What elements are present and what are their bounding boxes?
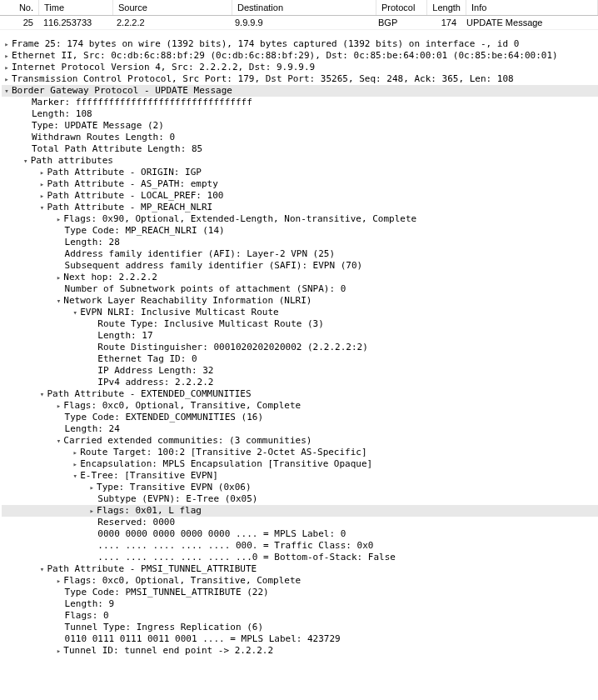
expander-closed-icon[interactable]: ▸: [53, 272, 63, 283]
expander-open-icon[interactable]: ▾: [70, 470, 80, 482]
tree-ec-carried[interactable]: ▾Carried extended communities: (3 commun…: [2, 435, 598, 447]
tree-rd[interactable]: Route Distinguisher: 0001020202020002 (2…: [2, 342, 598, 353]
cell-no: 25: [0, 16, 38, 29]
packet-row[interactable]: 25 116.253733 2.2.2.2 9.9.9.9 BGP 174 UP…: [0, 16, 598, 30]
cell-destination: 9.9.9.9: [230, 16, 373, 29]
tree-extcomm[interactable]: ▾Path Attribute - EXTENDED_COMMUNITIES: [2, 388, 598, 400]
expander-open-icon[interactable]: ▾: [37, 202, 47, 213]
tree-etree-mpls[interactable]: 0000 0000 0000 0000 0000 .... = MPLS Lab…: [2, 528, 598, 540]
tree-pmsi-flags-hdr[interactable]: ▸Flags: 0xc0, Optional, Transitive, Comp…: [2, 575, 598, 587]
cell-info: UPDATE Message: [461, 16, 598, 29]
expander-open-icon[interactable]: ▾: [53, 295, 63, 307]
tree-etree-bos[interactable]: .... .... .... .... .... ...0 = Bottom-o…: [2, 552, 598, 563]
expander-open-icon[interactable]: ▾: [37, 563, 47, 575]
packet-details-tree: ▸Frame 25: 174 bytes on wire (1392 bits)…: [0, 35, 598, 657]
tree-etree-tc[interactable]: .... .... .... .... .... 000. = Traffic …: [2, 540, 598, 552]
tree-length[interactable]: Length: 108: [2, 108, 598, 120]
packet-list-header: No. Time Source Destination Protocol Len…: [0, 0, 598, 16]
tree-ipv4[interactable]: IPv4 address: 2.2.2.2: [2, 377, 598, 388]
tree-ec-len[interactable]: Length: 24: [2, 423, 598, 435]
tree-withdrawn[interactable]: Withdrawn Routes Length: 0: [2, 132, 598, 143]
tree-pmsi-tunneltype[interactable]: Tunnel Type: Ingress Replication (6): [2, 622, 598, 633]
tree-ip-addr-len[interactable]: IP Address Length: 32: [2, 365, 598, 377]
tree-eth-tag[interactable]: Ethernet Tag ID: 0: [2, 353, 598, 365]
tree-mp-length[interactable]: Length: 28: [2, 237, 598, 248]
tree-path-attributes[interactable]: ▾Path attributes: [2, 155, 598, 167]
col-source[interactable]: Source: [113, 0, 232, 15]
tree-localpref[interactable]: ▸Path Attribute - LOCAL_PREF: 100: [2, 190, 598, 202]
expander-closed-icon[interactable]: ▸: [37, 167, 47, 178]
tree-pmsi-flags0[interactable]: Flags: 0: [2, 610, 598, 622]
expander-open-icon[interactable]: ▾: [53, 435, 63, 447]
tree-frame[interactable]: ▸Frame 25: 174 bytes on wire (1392 bits)…: [2, 38, 598, 50]
tree-pmsi-len[interactable]: Length: 9: [2, 598, 598, 610]
expander-closed-icon[interactable]: ▸: [2, 38, 12, 50]
tree-bgp[interactable]: ▾Border Gateway Protocol - UPDATE Messag…: [2, 85, 598, 97]
cell-length: 174: [423, 16, 461, 29]
tree-pmsi[interactable]: ▾Path Attribute - PMSI_TUNNEL_ATTRIBUTE: [2, 563, 598, 575]
tree-ethernet[interactable]: ▸Ethernet II, Src: 0c:db:6c:88:bf:29 (0c…: [2, 50, 598, 62]
cell-protocol: BGP: [373, 16, 423, 29]
tree-pmsi-mpls[interactable]: 0110 0111 0111 0011 0001 .... = MPLS Lab…: [2, 633, 598, 645]
expander-open-icon[interactable]: ▾: [2, 85, 12, 97]
tree-nexthop[interactable]: ▸Next hop: 2.2.2.2: [2, 272, 598, 283]
expander-closed-icon[interactable]: ▸: [53, 575, 63, 587]
tree-type[interactable]: Type: UPDATE Message (2): [2, 120, 598, 132]
tree-etree-reserved[interactable]: Reserved: 0000: [2, 517, 598, 528]
tree-mp-flags[interactable]: ▸Flags: 0x90, Optional, Extended-Length,…: [2, 213, 598, 225]
expander-closed-icon[interactable]: ▸: [2, 50, 12, 62]
tree-pmsi-typecode[interactable]: Type Code: PMSI_TUNNEL_ATTRIBUTE (22): [2, 587, 598, 598]
col-no[interactable]: No.: [0, 0, 39, 15]
tree-tcp[interactable]: ▸Transmission Control Protocol, Src Port…: [2, 73, 598, 85]
col-time[interactable]: Time: [39, 0, 113, 15]
expander-open-icon[interactable]: ▾: [37, 388, 47, 400]
cell-time: 116.253733: [38, 16, 112, 29]
expander-closed-icon[interactable]: ▸: [87, 482, 97, 493]
col-info[interactable]: Info: [466, 0, 598, 15]
expander-closed-icon[interactable]: ▸: [87, 505, 97, 517]
tree-route-len[interactable]: Length: 17: [2, 330, 598, 342]
tree-ec-typecode[interactable]: Type Code: EXTENDED_COMMUNITIES (16): [2, 412, 598, 423]
tree-ip[interactable]: ▸Internet Protocol Version 4, Src: 2.2.2…: [2, 62, 598, 73]
tree-rt[interactable]: ▸Route Target: 100:2 [Transitive 2-Octet…: [2, 447, 598, 458]
tree-mp-reach[interactable]: ▾Path Attribute - MP_REACH_NLRI: [2, 202, 598, 213]
col-protocol[interactable]: Protocol: [376, 0, 427, 15]
tree-etree-type[interactable]: ▸Type: Transitive EVPN (0x06): [2, 482, 598, 493]
expander-closed-icon[interactable]: ▸: [2, 62, 12, 73]
tree-aspath[interactable]: ▸Path Attribute - AS_PATH: empty: [2, 178, 598, 190]
tree-route-type[interactable]: Route Type: Inclusive Multicast Route (3…: [2, 318, 598, 330]
expander-closed-icon[interactable]: ▸: [70, 447, 80, 458]
expander-closed-icon[interactable]: ▸: [37, 190, 47, 202]
tree-etree-flags[interactable]: ▸Flags: 0x01, L flag: [2, 505, 598, 517]
tree-afi[interactable]: Address family identifier (AFI): Layer-2…: [2, 248, 598, 260]
tree-snpa[interactable]: Number of Subnetwork points of attachmen…: [2, 283, 598, 295]
tree-marker[interactable]: Marker: ffffffffffffffffffffffffffffffff: [2, 97, 598, 108]
col-length[interactable]: Length: [427, 0, 466, 15]
tree-etree-subtype[interactable]: Subtype (EVPN): E-Tree (0x05): [2, 493, 598, 505]
cell-source: 2.2.2.2: [112, 16, 230, 29]
tree-nlri[interactable]: ▾Network Layer Reachability Information …: [2, 295, 598, 307]
expander-closed-icon[interactable]: ▸: [53, 400, 63, 412]
tree-evpn-nlri[interactable]: ▾EVPN NLRI: Inclusive Multicast Route: [2, 307, 598, 318]
tree-etree[interactable]: ▾E-Tree: [Transitive EVPN]: [2, 470, 598, 482]
tree-origin[interactable]: ▸Path Attribute - ORIGIN: IGP: [2, 167, 598, 178]
tree-safi[interactable]: Subsequent address family identifier (SA…: [2, 260, 598, 272]
expander-open-icon[interactable]: ▾: [70, 307, 80, 318]
tree-ec-flags[interactable]: ▸Flags: 0xc0, Optional, Transitive, Comp…: [2, 400, 598, 412]
expander-closed-icon[interactable]: ▸: [37, 178, 47, 190]
expander-closed-icon[interactable]: ▸: [2, 73, 12, 85]
expander-open-icon[interactable]: ▾: [21, 155, 31, 167]
tree-pmsi-tunnelid[interactable]: ▸Tunnel ID: tunnel end point -> 2.2.2.2: [2, 645, 598, 657]
col-destination[interactable]: Destination: [232, 0, 376, 15]
expander-closed-icon[interactable]: ▸: [70, 458, 80, 470]
expander-closed-icon[interactable]: ▸: [53, 213, 63, 225]
tree-tpal[interactable]: Total Path Attribute Length: 85: [2, 143, 598, 155]
tree-mp-typecode[interactable]: Type Code: MP_REACH_NLRI (14): [2, 225, 598, 237]
tree-encap[interactable]: ▸Encapsulation: MPLS Encapsulation [Tran…: [2, 458, 598, 470]
expander-closed-icon[interactable]: ▸: [53, 645, 63, 657]
